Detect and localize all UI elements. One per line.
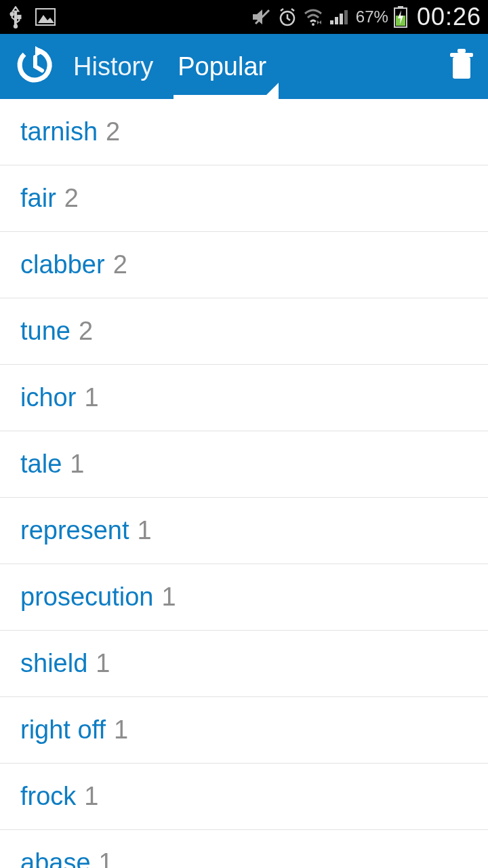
word-label: frock	[20, 782, 76, 811]
list-item[interactable]: tune2	[0, 298, 488, 365]
word-label: represent	[20, 516, 129, 545]
svg-rect-12	[335, 17, 338, 24]
status-time: 00:26	[417, 3, 481, 31]
svg-marker-4	[38, 15, 54, 23]
word-label: abase	[20, 848, 91, 868]
history-clock-icon[interactable]	[15, 45, 56, 88]
list-item[interactable]: prosecution1	[0, 564, 488, 631]
mute-icon	[251, 7, 272, 26]
picture-icon	[35, 8, 56, 26]
list-item[interactable]: clabber2	[0, 232, 488, 298]
list-item[interactable]: ichor1	[0, 365, 488, 431]
list-item[interactable]: abase1	[0, 830, 488, 868]
word-label: shield	[20, 649, 87, 678]
word-label: clabber	[20, 250, 105, 279]
list-item[interactable]: fair2	[0, 165, 488, 232]
word-label: right off	[20, 715, 106, 745]
wifi-icon	[303, 8, 323, 26]
list-item[interactable]: represent1	[0, 498, 488, 564]
word-count: 2	[64, 184, 79, 213]
tab-indicator-icon	[262, 83, 279, 99]
status-bar: 67% 00:26	[0, 0, 488, 34]
list-item[interactable]: tarnish2	[0, 99, 488, 165]
svg-point-0	[14, 25, 17, 28]
svg-rect-21	[450, 53, 473, 57]
tab-popular-label: Popular	[178, 52, 266, 81]
word-label: tale	[20, 450, 62, 479]
svg-rect-22	[458, 49, 466, 53]
word-label: prosecution	[20, 583, 153, 612]
word-count: 1	[84, 383, 98, 412]
word-count: 2	[113, 250, 127, 279]
tab-history[interactable]: History	[61, 34, 165, 99]
svg-rect-13	[340, 14, 343, 24]
word-count: 1	[99, 848, 113, 868]
svg-rect-14	[344, 10, 348, 24]
word-count: 1	[70, 450, 84, 479]
word-label: ichor	[20, 383, 76, 412]
tab-popular[interactable]: Popular	[165, 34, 279, 99]
svg-rect-2	[18, 16, 20, 18]
battery-percent: 67%	[356, 7, 388, 26]
tab-history-label: History	[73, 52, 153, 81]
svg-point-1	[11, 13, 14, 16]
alarm-icon	[277, 7, 298, 27]
word-count: 2	[106, 117, 120, 146]
word-count: 1	[138, 516, 152, 545]
list-item[interactable]: shield1	[0, 631, 488, 697]
word-label: fair	[20, 184, 56, 213]
word-label: tarnish	[20, 117, 98, 146]
svg-marker-10	[319, 20, 321, 24]
signal-icon	[329, 8, 349, 26]
list-item[interactable]: tale1	[0, 431, 488, 498]
svg-rect-20	[453, 57, 470, 79]
word-list[interactable]: tarnish2fair2clabber2tune2ichor1tale1rep…	[0, 99, 488, 868]
list-item[interactable]: right off1	[0, 697, 488, 764]
word-label: tune	[20, 317, 70, 346]
trash-button[interactable]	[447, 49, 476, 84]
word-count: 1	[96, 649, 110, 678]
word-count: 1	[161, 583, 176, 612]
word-count: 1	[84, 782, 98, 811]
svg-marker-9	[317, 20, 319, 24]
battery-charging-icon	[394, 6, 407, 28]
svg-point-8	[312, 23, 314, 26]
usb-icon	[7, 5, 24, 28]
list-item[interactable]: frock1	[0, 764, 488, 830]
svg-rect-11	[330, 20, 333, 24]
app-bar: History Popular	[0, 34, 488, 99]
word-count: 2	[79, 317, 93, 346]
word-count: 1	[114, 715, 128, 745]
